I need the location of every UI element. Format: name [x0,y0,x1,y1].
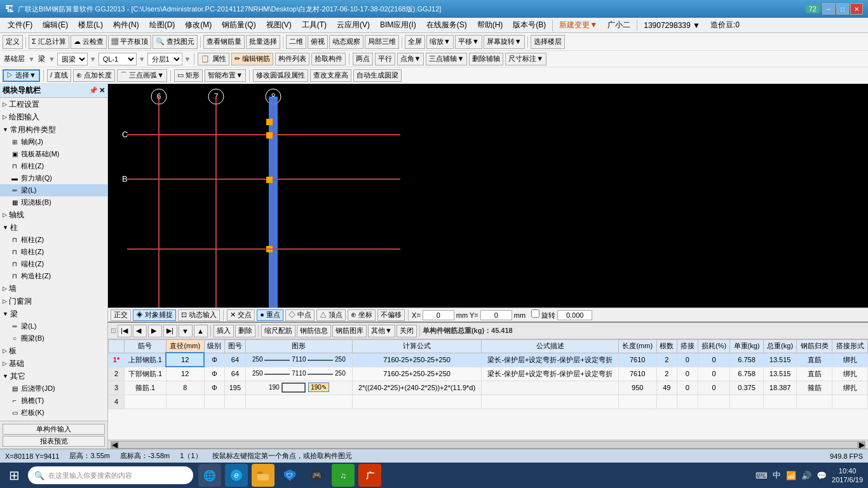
btn-nav-first[interactable]: |◀ [118,325,132,337]
line-type-select[interactable]: 圆梁 [57,53,88,65]
sidebar-item-ty[interactable]: ⌐ 挑檐(T) [0,395,107,407]
taskbar-ie[interactable]: e [225,464,248,487]
btn-two-point[interactable]: 两点 [353,53,373,65]
btn-dynamic-obs[interactable]: 动态观察 [329,35,363,49]
sidebar-section-common-header[interactable]: ▼ 常用构件类型 [0,123,107,136]
sidebar-section-other-header[interactable]: ▼ 其它 [0,370,107,383]
menu-file[interactable]: 文件(F) [3,18,37,32]
sidebar-item-beam[interactable]: ═ 梁(L) [0,184,107,196]
btn-local-3d[interactable]: 局部三维 [365,35,399,49]
btn-no-offset[interactable]: 不偏移 [377,309,405,321]
sidebar-section-liang-header[interactable]: ▼ 梁 [0,308,107,320]
btn-three-point-aux[interactable]: 三点辅轴▼ [426,53,467,65]
btn-fullscreen[interactable]: 全屏 [405,35,425,49]
btn-dim-notation[interactable]: 尺寸标注▼ [505,53,546,65]
btn-scale-rebar[interactable]: 缩尺配筋 [261,325,295,337]
tray-keyboard[interactable]: ⌨ [756,471,768,480]
btn-view-rebar[interactable]: 查看钢筋量 [203,35,245,49]
sidebar-item-gzz[interactable]: ⊓ 构造柱(Z) [0,270,107,282]
btn-coordinate[interactable]: ⊕ 坐标 [348,309,376,321]
btn-top-view[interactable]: 俯视 [308,35,328,49]
sidebar-section-foundation[interactable]: ▷ 基础 [0,357,107,370]
table-row[interactable]: 2下部钢筋.112Φ64250 7110 2507160-25+250-25+2… [109,367,868,381]
btn-pan[interactable]: 平移▼ [455,35,482,49]
menu-rebar-quantity[interactable]: 钢筋量(Q) [217,18,261,32]
btn-zoom[interactable]: 缩放▼ [426,35,454,49]
btn-modify-arc-attr[interactable]: 修改圆弧段属性 [253,69,308,82]
sidebar-section-draw-input[interactable]: ▷ 绘图输入 [0,111,107,123]
tray-volume[interactable]: 🔊 [801,471,811,480]
sidebar-item-lb[interactable]: ▭ 栏板(K) [0,407,107,419]
sidebar-item-ring-beam[interactable]: ○ 圈梁(B) [0,332,107,344]
sidebar-section-wall[interactable]: ▷ 墙 [0,282,107,295]
btn-nav-up[interactable]: ▲ [194,325,208,337]
btn-point-angle[interactable]: 点角▼ [397,53,424,65]
sidebar-pin-icon[interactable]: 📌 [89,86,98,95]
btn-point-length[interactable]: ⊕ 点加长度 [73,69,115,82]
menu-guangxiao[interactable]: 广小二 [602,18,635,32]
diameter-cell[interactable]: 12 [166,367,204,381]
taskbar-defender[interactable]: 🛡 [278,464,301,487]
btn-nav-last[interactable]: ▶| [163,325,177,337]
btn-report-preview[interactable]: 报表预览 [3,436,105,447]
section-select[interactable]: 分层1 [147,53,182,65]
taskbar-explorer[interactable] [252,464,275,487]
component-name-select[interactable]: QL-1 [98,53,137,65]
sidebar-section-column-header[interactable]: ▼ 柱 [0,221,107,234]
btn-other[interactable]: 其他▼ [368,325,395,337]
btn-rectangle[interactable]: ▭ 矩形 [174,69,203,82]
btn-midpoint[interactable]: ◇ 中点 [285,309,315,321]
menu-version[interactable]: 版本号(B) [508,18,551,32]
sidebar-close-icon[interactable]: ✕ [99,86,105,95]
scroll-left-btn[interactable]: ◀ [111,441,118,449]
hscrollbar[interactable] [118,441,858,449]
table-row[interactable]: 3箍筋.18Φ195190 190✎2*((240-2*25)+(240-2*2… [109,381,868,395]
btn-nav-prev[interactable]: ◀ [133,325,147,337]
btn-select-mode[interactable]: ▷ 选择▼ [3,69,40,82]
btn-select-floor[interactable]: 选择楼层 [531,35,565,49]
btn-pick-component[interactable]: 拾取构件 [311,53,346,65]
clock[interactable]: 10:40 2017/6/19 [832,466,863,485]
btn-intersection[interactable]: ✕ 交点 [227,309,255,321]
menu-price[interactable]: 造价豆:0 [705,18,745,32]
sidebar-item-hjd[interactable]: ▤ 后浇带(JD) [0,383,107,395]
btn-center[interactable]: ● 重点 [257,309,283,321]
close-button[interactable]: ✕ [850,3,863,15]
table-row[interactable]: 4 [109,395,868,409]
sidebar-section-slab[interactable]: ▷ 板 [0,344,107,357]
sidebar-item-az[interactable]: ⊓ 暗柱(Z) [0,246,107,258]
btn-delete[interactable]: 删除 [235,325,255,337]
x-input[interactable] [423,310,454,320]
scroll-right-btn[interactable]: ▶ [858,441,865,449]
menu-modify[interactable]: 修改(M) [180,18,217,32]
restore-button[interactable]: □ [836,3,849,15]
btn-properties[interactable]: 📋 属性 [198,53,229,65]
btn-nav-down[interactable]: ▼ [179,325,193,337]
btn-close[interactable]: 关闭 [397,325,417,337]
menu-tools[interactable]: 工具(T) [297,18,332,32]
sidebar-section-opening[interactable]: ▷ 门窗洞 [0,295,107,308]
btn-component-list[interactable]: 构件列表 [275,53,309,65]
btn-parallel[interactable]: 平行 [375,53,395,65]
search-bar[interactable]: 🔍 在这里输入你要搜索的内容 [28,466,193,484]
btn-rotate-screen[interactable]: 屏幕旋转▼ [484,35,525,49]
btn-insert[interactable]: 插入 [214,325,234,337]
btn-define[interactable]: 定义 [3,35,23,49]
btn-2d[interactable]: 二维 [286,35,306,49]
diameter-cell[interactable]: 8 [166,381,204,395]
table-row[interactable]: 1*上部钢筋.112Φ64250 7110 2507160-25+250-25+… [109,353,868,367]
menu-online[interactable]: 在线服务(S) [421,18,472,32]
sidebar-item-liang-l[interactable]: ═ 梁(L) [0,320,107,332]
btn-delete-aux[interactable]: 删除辅轴 [469,53,503,65]
btn-three-point-arc[interactable]: ⌒ 三点画弧▼ [117,69,167,82]
diameter-cell[interactable] [166,395,204,409]
btn-object-snap[interactable]: ◈ 对象捕捉 [133,309,176,321]
taskbar-cortana[interactable]: 🌐 [198,464,221,487]
minimize-button[interactable]: ─ [822,3,835,15]
btn-smart-layout[interactable]: 智能布置▼ [205,69,246,82]
rotate-input[interactable] [557,310,592,320]
tray-ime[interactable]: 中 [773,470,781,481]
sidebar-item-dz[interactable]: ⊓ 端柱(Z) [0,258,107,270]
rotate-checkbox[interactable] [531,309,539,318]
taskbar-music[interactable]: ♫ [332,464,355,487]
